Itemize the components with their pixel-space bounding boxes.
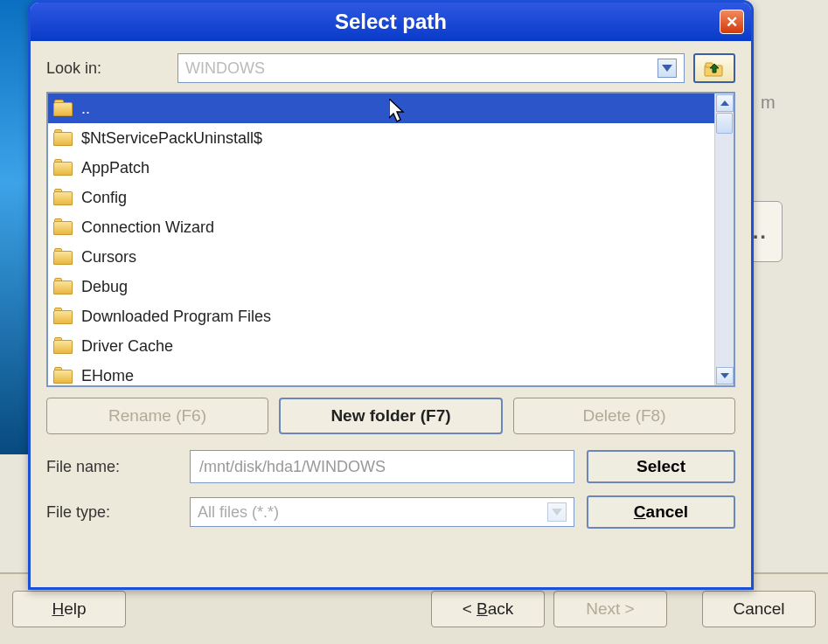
folder-icon (53, 159, 74, 177)
chevron-down-icon (547, 502, 567, 522)
file-row-label: Debug (81, 278, 128, 296)
file-row[interactable]: Config (48, 183, 714, 212)
lookin-label: Look in: (46, 59, 169, 78)
lookin-combo[interactable]: WINDOWS (177, 53, 685, 83)
filetype-value: All files (*.*) (198, 503, 279, 522)
lookin-value: WINDOWS (185, 59, 265, 78)
next-button: Next > (553, 591, 667, 627)
help-button[interactable]: Help (12, 591, 126, 627)
dialog-cancel-button[interactable]: Cancel (587, 495, 735, 529)
filename-label: File name: (46, 458, 177, 476)
folder-up-icon (703, 59, 726, 78)
file-row-label: .. (81, 100, 90, 118)
new-folder-label: New folder (F7) (331, 406, 450, 426)
file-row[interactable]: .. (48, 93, 714, 123)
file-row-label: Connection Wizard (81, 218, 214, 237)
titlebar[interactable]: Select path ✕ (31, 3, 751, 41)
delete-label: Delete (F8) (582, 406, 665, 426)
file-row[interactable]: Downloaded Program Files (48, 301, 714, 331)
file-row[interactable]: EHome (48, 361, 714, 385)
file-row[interactable]: AppPatch (48, 153, 714, 183)
folder-icon (53, 129, 74, 147)
help-button-label: Help (52, 599, 86, 619)
file-row-label: Downloaded Program Files (81, 308, 271, 326)
dialog-title: Select path (335, 10, 447, 34)
file-row[interactable]: Connection Wizard (48, 212, 714, 242)
delete-button: Delete (F8) (513, 398, 735, 434)
svg-marker-5 (720, 100, 729, 106)
folder-icon (53, 308, 74, 325)
folder-icon (53, 248, 74, 266)
close-button[interactable]: ✕ (720, 10, 744, 34)
file-row-label: $NtServicePackUninstall$ (81, 129, 262, 148)
select-label: Select (637, 457, 685, 476)
file-row-label: Config (81, 189, 127, 207)
file-row[interactable]: $NtServicePackUninstall$ (48, 123, 714, 153)
scrollbar[interactable] (714, 93, 734, 385)
scroll-thumb[interactable] (716, 113, 733, 134)
file-row[interactable]: Debug (48, 272, 714, 301)
folder-icon (53, 367, 74, 384)
wizard-cancel-button[interactable]: Cancel (702, 591, 816, 627)
file-list[interactable]: ..$NtServicePackUninstall$AppPatchConfig… (48, 93, 714, 385)
file-row-label: Cursors (81, 248, 136, 267)
svg-marker-7 (552, 509, 562, 516)
filetype-label: File type: (46, 503, 177, 522)
chevron-down-icon[interactable] (658, 59, 677, 78)
file-row[interactable]: Cursors (48, 242, 714, 272)
svg-marker-6 (720, 373, 729, 378)
folder-icon (53, 218, 74, 236)
new-folder-button[interactable]: New folder (F7) (279, 398, 503, 434)
folder-icon (53, 278, 74, 295)
scroll-track[interactable] (715, 113, 734, 366)
file-row-label: Driver Cache (81, 337, 173, 356)
close-icon: ✕ (726, 13, 738, 31)
dialog-cancel-label: Cancel (634, 502, 688, 522)
filename-input[interactable]: /mnt/disk/hda1/WINDOWS (190, 450, 574, 483)
rename-button: Rename (F6) (46, 398, 268, 434)
filename-value: /mnt/disk/hda1/WINDOWS (199, 458, 386, 476)
select-path-dialog: Select path ✕ Look in: WINDOWS (28, 0, 754, 590)
up-folder-button[interactable] (693, 53, 735, 83)
rename-label: Rename (F6) (108, 406, 206, 426)
filetype-combo: All files (*.*) (190, 497, 574, 527)
file-row-label: AppPatch (81, 159, 150, 177)
back-button-label: < Back (463, 599, 514, 619)
file-list-area: ..$NtServicePackUninstall$AppPatchConfig… (46, 92, 735, 387)
background-text: m (761, 93, 776, 113)
folder-icon (53, 337, 74, 355)
scroll-up-button[interactable] (716, 94, 734, 112)
folder-icon (53, 189, 74, 206)
select-button[interactable]: Select (587, 450, 735, 483)
folder-icon (53, 100, 74, 117)
svg-marker-0 (662, 65, 672, 72)
wizard-cancel-label: Cancel (733, 599, 784, 619)
back-button[interactable]: < Back (431, 591, 545, 627)
file-row-label: EHome (81, 367, 134, 385)
scroll-down-button[interactable] (716, 367, 734, 384)
file-row[interactable]: Driver Cache (48, 331, 714, 361)
next-button-label: Next > (586, 599, 634, 619)
